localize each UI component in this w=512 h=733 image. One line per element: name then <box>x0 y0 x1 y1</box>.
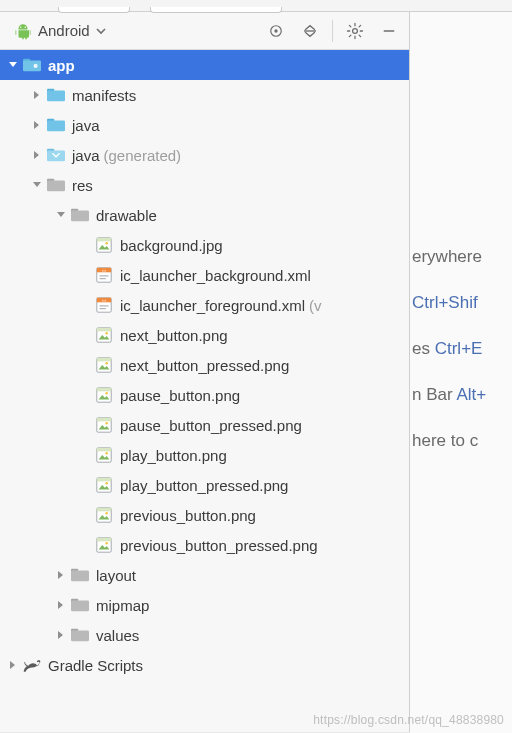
image-file-icon <box>94 535 114 555</box>
image-file-icon <box>94 445 114 465</box>
collapse-arrow-icon[interactable] <box>30 150 44 160</box>
select-opened-file-button[interactable] <box>262 17 290 45</box>
svg-point-34 <box>105 362 108 365</box>
tree-label: next_button_pressed.png <box>120 357 289 374</box>
project-view-title: Android <box>38 22 90 39</box>
tree-label: ic_launcher_background.xml <box>120 267 311 284</box>
editor-hint-line: Ctrl+Shif <box>410 280 512 326</box>
svg-point-31 <box>105 332 108 335</box>
tree-label: play_button_pressed.png <box>120 477 288 494</box>
gradle-icon <box>22 655 42 675</box>
tree-node-res[interactable]: res <box>0 170 409 200</box>
tree-label: ic_launcher_foreground.xml <box>120 297 305 314</box>
collapse-arrow-icon[interactable] <box>54 570 68 580</box>
settings-button[interactable] <box>341 17 369 45</box>
svg-point-5 <box>353 28 358 33</box>
svg-rect-51 <box>97 538 111 542</box>
tree-label: pause_button.png <box>120 387 240 404</box>
generated-folder-icon <box>46 145 66 165</box>
tree-label: play_button.png <box>120 447 227 464</box>
tree-node-java-generated[interactable]: java (generated) <box>0 140 409 170</box>
tree-file-previous-button-png[interactable]: previous_button.png <box>0 500 409 530</box>
tree-label: drawable <box>96 207 157 224</box>
tree-label: java <box>72 147 100 164</box>
tree-file-background-jpg[interactable]: background.jpg <box>0 230 409 260</box>
svg-point-22 <box>105 242 108 245</box>
project-panel: Android app <box>0 12 410 732</box>
collapse-arrow-icon[interactable] <box>54 600 68 610</box>
svg-rect-48 <box>97 508 111 512</box>
tree-label: next_button.png <box>120 327 228 344</box>
collapse-arrow-icon[interactable] <box>30 120 44 130</box>
svg-rect-39 <box>97 418 111 422</box>
project-tree[interactable]: app manifests java <box>0 50 409 732</box>
tree-file-ic-launcher-background-xml[interactable]: <> ic_launcher_background.xml <box>0 260 409 290</box>
tree-node-mipmap[interactable]: mipmap <box>0 590 409 620</box>
tree-label: Gradle Scripts <box>48 657 143 674</box>
editor-hint-line: erywhere <box>410 234 512 280</box>
tree-label: java <box>72 117 100 134</box>
tree-label: background.jpg <box>120 237 223 254</box>
collapse-arrow-icon[interactable] <box>6 660 20 670</box>
svg-rect-30 <box>97 328 111 332</box>
tree-node-drawable[interactable]: drawable <box>0 200 409 230</box>
expand-arrow-icon[interactable] <box>6 60 20 70</box>
svg-point-0 <box>20 26 22 28</box>
hide-panel-button[interactable] <box>375 17 403 45</box>
collapse-arrow-icon[interactable] <box>30 90 44 100</box>
svg-point-43 <box>105 452 108 455</box>
tree-node-values[interactable]: values <box>0 620 409 650</box>
svg-point-3 <box>274 29 277 32</box>
tree-file-previous-button-pressed-png[interactable]: previous_button_pressed.png <box>0 530 409 560</box>
svg-rect-17 <box>47 181 65 192</box>
tree-label: pause_button_pressed.png <box>120 417 302 434</box>
svg-rect-36 <box>97 388 111 392</box>
tree-file-play-button-png[interactable]: play_button.png <box>0 440 409 470</box>
tree-file-ic-launcher-foreground-xml[interactable]: <> ic_launcher_foreground.xml (v <box>0 290 409 320</box>
project-view-selector[interactable]: Android <box>14 22 106 40</box>
tree-file-pause-button-pressed-png[interactable]: pause_button_pressed.png <box>0 410 409 440</box>
image-file-icon <box>94 325 114 345</box>
tree-file-pause-button-png[interactable]: pause_button.png <box>0 380 409 410</box>
image-file-icon <box>94 355 114 375</box>
android-icon <box>14 22 32 40</box>
collapse-arrow-icon[interactable] <box>54 630 68 640</box>
svg-point-1 <box>25 26 27 28</box>
svg-rect-19 <box>71 211 89 222</box>
folder-icon <box>70 595 90 615</box>
folder-icon <box>70 625 90 645</box>
chevron-down-icon <box>96 26 106 36</box>
expand-arrow-icon[interactable] <box>30 180 44 190</box>
tree-node-app[interactable]: app <box>0 50 409 80</box>
editor-placeholder: erywhere Ctrl+Shif es Ctrl+E n Bar Alt+ … <box>410 12 512 733</box>
editor-hint-line: here to c <box>410 418 512 464</box>
tree-node-layout[interactable]: layout <box>0 560 409 590</box>
svg-rect-54 <box>71 571 89 582</box>
tree-file-play-button-pressed-png[interactable]: play_button_pressed.png <box>0 470 409 500</box>
svg-rect-33 <box>97 358 111 362</box>
module-folder-icon <box>22 55 42 75</box>
svg-rect-42 <box>97 448 111 452</box>
svg-point-40 <box>105 422 108 425</box>
collapse-all-button[interactable] <box>296 17 324 45</box>
svg-rect-8 <box>23 61 41 72</box>
tree-file-next-button-png[interactable]: next_button.png <box>0 320 409 350</box>
svg-point-49 <box>105 512 108 515</box>
tab-strip <box>0 0 512 12</box>
svg-point-46 <box>105 482 108 485</box>
svg-rect-56 <box>71 601 89 612</box>
resource-folder-icon <box>46 175 66 195</box>
svg-rect-15 <box>47 151 65 162</box>
image-file-icon <box>94 505 114 525</box>
tree-node-manifests[interactable]: manifests <box>0 80 409 110</box>
tree-node-gradle-scripts[interactable]: Gradle Scripts <box>0 650 409 680</box>
tree-node-java[interactable]: java <box>0 110 409 140</box>
xml-file-icon: <> <box>94 295 114 315</box>
svg-point-37 <box>105 392 108 395</box>
svg-point-52 <box>105 542 108 545</box>
expand-arrow-icon[interactable] <box>54 210 68 220</box>
svg-point-9 <box>34 64 38 68</box>
drawable-file-list: background.jpg <> ic_launcher_background… <box>0 230 409 560</box>
tree-file-next-button-pressed-png[interactable]: next_button_pressed.png <box>0 350 409 380</box>
tree-label-suffix: (generated) <box>104 147 182 164</box>
